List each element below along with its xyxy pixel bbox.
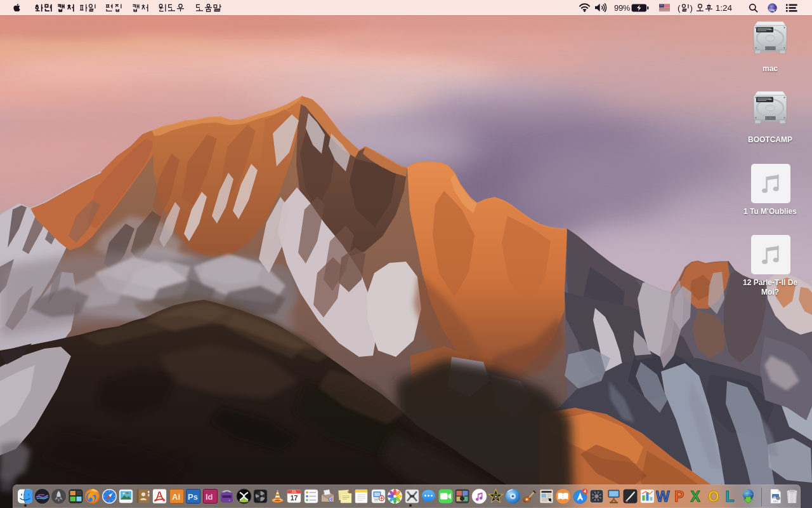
svg-text:W: W (656, 488, 670, 504)
svg-text:JUL: JUL (291, 490, 296, 493)
svg-text:4: 4 (584, 489, 586, 493)
svg-text:L: L (726, 488, 735, 504)
svg-text:O: O (708, 488, 719, 504)
svg-text:P: P (674, 488, 684, 504)
svg-text:Q: Q (329, 498, 332, 501)
svg-text:X: X (691, 488, 701, 504)
svg-text:Mem: Mem (348, 490, 353, 493)
svg-text:Ps: Ps (188, 492, 198, 502)
svg-text:17: 17 (291, 494, 298, 502)
svg-text:Ai: Ai (172, 492, 180, 502)
svg-text:JPEG: JPEG (773, 500, 778, 503)
svg-text:Id: Id (206, 492, 213, 502)
